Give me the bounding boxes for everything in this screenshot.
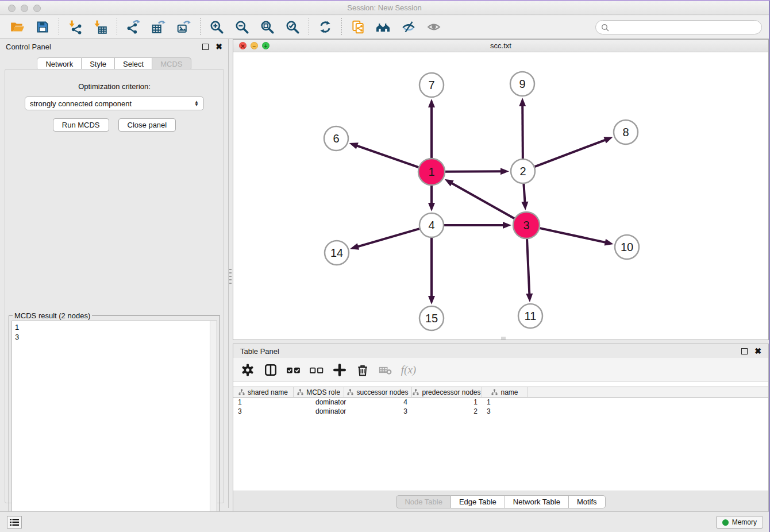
- import-table-icon[interactable]: [93, 19, 109, 35]
- table-cell[interactable]: 3: [233, 407, 294, 416]
- edge-3-1[interactable]: [451, 183, 514, 219]
- run-mcds-button[interactable]: Run MCDS: [53, 118, 109, 132]
- column-header-label: name: [500, 388, 518, 396]
- mcds-result-title: MCDS result (2 nodes): [13, 311, 92, 320]
- column-type-icon: [347, 389, 353, 395]
- edge-2-8[interactable]: [535, 140, 607, 167]
- edge-1-6[interactable]: [356, 145, 418, 167]
- edge-1-2[interactable]: [445, 171, 502, 172]
- edge-arrowhead: [500, 168, 509, 175]
- table-cell[interactable]: 1: [482, 398, 528, 407]
- edge-3-10[interactable]: [540, 228, 606, 242]
- main-toolbar: [0, 16, 769, 39]
- column-type-icon: [491, 389, 498, 395]
- graph-node-label: 10: [621, 241, 633, 253]
- table-cell[interactable]: dominator: [294, 407, 344, 416]
- toolbar-separator: [341, 18, 342, 36]
- float-table-panel-icon[interactable]: [741, 348, 748, 354]
- toolbar-separator: [59, 18, 59, 36]
- add-column-icon[interactable]: [332, 363, 347, 377]
- zoom-out-icon[interactable]: [234, 19, 250, 35]
- zoom-fit-icon[interactable]: [259, 19, 275, 35]
- search-icon: [601, 24, 609, 32]
- mcds-result-text[interactable]: 13: [11, 321, 217, 526]
- table-cell[interactable]: 3: [482, 407, 528, 416]
- edge-arrowhead: [428, 296, 435, 304]
- column-header-shared-name[interactable]: shared name: [233, 387, 294, 397]
- optimization-criterion-label: Optimization criterion:: [5, 82, 224, 91]
- refresh-icon[interactable]: [317, 19, 333, 35]
- split-columns-icon[interactable]: [263, 363, 278, 377]
- export-image-icon[interactable]: [176, 19, 192, 35]
- table-cell[interactable]: 1: [233, 398, 294, 407]
- graph-node-label: 3: [523, 219, 529, 232]
- search-input[interactable]: [612, 23, 756, 32]
- network-view-title: scc.txt: [233, 41, 768, 50]
- graph-node-label: 15: [425, 312, 438, 325]
- edge-2-3[interactable]: [523, 184, 525, 203]
- table-cell[interactable]: 2: [412, 407, 482, 416]
- scrollbar[interactable]: [210, 321, 217, 526]
- table-header-row[interactable]: shared nameMCDS rolesuccessor nodesprede…: [233, 387, 768, 398]
- optimization-criterion-select[interactable]: strongly connected component ▲▼: [25, 97, 204, 110]
- network-window-titlebar[interactable]: ✕ − + scc.txt: [233, 40, 768, 52]
- close-table-panel-icon[interactable]: ✖: [754, 348, 761, 354]
- edge-arrowhead: [349, 142, 359, 149]
- table-toolbar: f(x): [233, 358, 768, 382]
- column-header-successor-nodes[interactable]: successor nodes: [344, 387, 412, 397]
- delete-column-icon[interactable]: [355, 363, 370, 377]
- export-table-icon[interactable]: [151, 19, 167, 35]
- column-header-predecessor-nodes[interactable]: predecessor nodes: [412, 387, 482, 397]
- panel-divider[interactable]: [229, 39, 233, 508]
- divider-handle-icon[interactable]: [229, 269, 232, 284]
- close-panel-icon[interactable]: ✖: [215, 44, 222, 50]
- network-view-window: ✕ − + scc.txt 7968124314101511: [233, 39, 769, 340]
- network-graph[interactable]: 7968124314101511: [233, 52, 768, 340]
- memory-button[interactable]: Memory: [716, 516, 763, 529]
- duplicate-network-icon[interactable]: [350, 19, 366, 35]
- canvas-resize-handle[interactable]: [501, 337, 506, 340]
- table-cell[interactable]: dominator: [294, 398, 344, 407]
- table-cell[interactable]: 3: [344, 407, 412, 416]
- graph-node-label: 7: [428, 79, 434, 91]
- show-eye-icon: [426, 19, 442, 35]
- hide-eye-icon[interactable]: [401, 19, 417, 35]
- zoom-in-icon[interactable]: [209, 19, 225, 35]
- toolbar-separator: [117, 18, 117, 36]
- table-tab-node-table[interactable]: Node Table: [396, 495, 451, 508]
- table-cell[interactable]: 1: [412, 398, 482, 407]
- home-views-icon[interactable]: [375, 19, 391, 35]
- column-header-MCDS-role[interactable]: MCDS role: [294, 387, 344, 397]
- table-tab-motifs[interactable]: Motifs: [569, 495, 606, 508]
- network-canvas[interactable]: 7968124314101511: [233, 52, 768, 340]
- column-type-icon: [413, 389, 419, 395]
- graph-node-label: 14: [330, 246, 343, 259]
- table-cell[interactable]: 4: [344, 398, 412, 407]
- select-all-icon[interactable]: [286, 363, 301, 377]
- column-header-name[interactable]: name: [482, 387, 528, 397]
- graph-node-label: 11: [525, 310, 537, 322]
- zoom-selected-icon[interactable]: [284, 19, 301, 35]
- edge-2-9[interactable]: [522, 105, 523, 159]
- close-panel-button[interactable]: Close panel: [118, 118, 176, 132]
- table-row[interactable]: 1dominator411: [233, 398, 768, 407]
- edge-3-11[interactable]: [527, 239, 529, 295]
- settings-gear-icon[interactable]: [240, 363, 255, 377]
- open-folder-icon[interactable]: [9, 19, 25, 35]
- import-network-icon[interactable]: [67, 19, 83, 35]
- edge-arrowhead: [605, 239, 614, 246]
- task-history-button[interactable]: [7, 516, 22, 529]
- table-tab-network-table[interactable]: Network Table: [505, 495, 569, 508]
- table-tab-edge-table[interactable]: Edge Table: [451, 495, 505, 508]
- delete-table-disabled-icon: [378, 363, 393, 377]
- float-panel-icon[interactable]: [202, 44, 209, 50]
- export-network-icon[interactable]: [125, 19, 141, 35]
- column-header-label: successor nodes: [356, 388, 408, 396]
- edge-4-14[interactable]: [357, 229, 419, 247]
- global-search[interactable]: [595, 20, 762, 34]
- save-session-icon[interactable]: [34, 19, 51, 35]
- table-row[interactable]: 3dominator323: [233, 407, 768, 416]
- table-rows: 1dominator4113dominator323: [233, 398, 768, 416]
- optimization-criterion-value: strongly connected component: [30, 99, 132, 108]
- unselect-all-icon[interactable]: [309, 363, 324, 377]
